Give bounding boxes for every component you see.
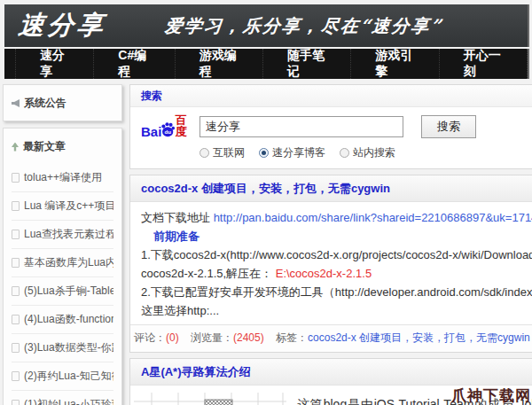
download-label: 文档下载地址 bbox=[141, 211, 214, 224]
sidebar-article-link[interactable]: (4)Lua函数-function好厉害 bbox=[12, 305, 113, 333]
article-title-bar: cocos2d-x 创建项目，安装，打包，无需cygwin bbox=[130, 175, 532, 202]
section-heading: 前期准备 bbox=[141, 227, 532, 245]
astar-grid-image: 7. 7. bbox=[134, 393, 286, 405]
baidu-logo: Bai du 百度 bbox=[141, 113, 192, 140]
baidu-logo-bai: Bai bbox=[141, 125, 161, 140]
document-icon bbox=[12, 201, 20, 211]
article-text-line: cocos2d-x-2.1.5,解压在： bbox=[141, 267, 272, 280]
document-icon bbox=[12, 286, 20, 296]
document-icon bbox=[12, 343, 20, 353]
pin-icon bbox=[12, 143, 19, 152]
latest-articles-list: tolua++编译使用 Lua 编译及c++项目调用Lua Lua查找表元素过程… bbox=[12, 164, 113, 405]
nav-item-notes[interactable]: 随手笔记 bbox=[263, 49, 351, 79]
main-column: 搜索 Bai du 百度 bbox=[129, 84, 532, 405]
search-scope-site[interactable]: 站内搜索 bbox=[340, 145, 395, 160]
site-header: 速分享 爱学习，乐分享，尽在“速分享” bbox=[4, 4, 528, 47]
document-icon bbox=[12, 258, 20, 268]
tags-label: 标签： bbox=[276, 331, 308, 344]
document-icon bbox=[12, 400, 20, 405]
site-slogan: 爱学习，乐分享，尽在“速分享” bbox=[164, 14, 471, 38]
sidebar-article-link[interactable]: Lua 编译及c++项目调用Lua bbox=[12, 191, 113, 220]
article-cocos2dx: cocos2d-x 创建项目，安装，打包，无需cygwin 文档下载地址 htt… bbox=[129, 175, 532, 353]
radio-icon[interactable] bbox=[200, 148, 209, 158]
comments-count: (0) bbox=[166, 331, 179, 344]
comments-label: 评论： bbox=[134, 331, 166, 344]
watermark: 爪神下载网 bbox=[451, 386, 531, 405]
article-text-line: 2.下载已配置好安卓开发环境的工具（http://developer.andro… bbox=[141, 283, 532, 301]
nav-item-game-engine[interactable]: 游戏引擎 bbox=[351, 49, 439, 79]
article-title-link[interactable]: cocos2d-x 创建项目，安装，打包，无需cygwin bbox=[141, 181, 532, 197]
sidebar-article-link[interactable]: Lua查找表元素过程（元表... bbox=[12, 220, 113, 248]
search-input[interactable] bbox=[200, 116, 403, 137]
svg-text:du: du bbox=[165, 129, 172, 135]
nav-item-csharp[interactable]: C#编程 bbox=[94, 49, 175, 79]
sidebar-article-link[interactable]: (5)Lua杀手锏-Table来袭 bbox=[12, 276, 113, 305]
latest-articles-box: 最新文章 tolua++编译使用 Lua 编译及c++项目调用Lua Lua查找… bbox=[3, 128, 122, 405]
radio-checked-icon[interactable] bbox=[259, 148, 269, 158]
article-title-bar: A星(A*)寻路算法介绍 bbox=[130, 359, 532, 386]
announcement-title: 系统公告 bbox=[24, 96, 66, 111]
search-scope-blog[interactable]: 速分享博客 bbox=[259, 145, 325, 160]
announcement-box: 系统公告 bbox=[3, 84, 122, 121]
baidu-pan-link[interactable]: http://pan.baidu.com/share/link?shareid=… bbox=[214, 211, 532, 224]
file-path: E:\cocos2d-x-2.1.5 bbox=[272, 267, 372, 280]
radio-icon[interactable] bbox=[340, 148, 349, 158]
site-logo[interactable]: 速分享 bbox=[3, 8, 108, 43]
baidu-logo-cn: 百度 bbox=[176, 114, 192, 140]
document-icon bbox=[12, 371, 20, 381]
baidu-paw-icon: du bbox=[160, 119, 175, 140]
document-icon bbox=[12, 315, 20, 324]
search-scope-internet[interactable]: 互联网 bbox=[200, 145, 245, 160]
article-meta-bar: 评论：(0) 浏览量：(2405) 标签：cocos2d-x 创建项目，安装，打… bbox=[130, 324, 532, 352]
sidebar-article-link[interactable]: 基本函数库为Lua内置的函... bbox=[12, 248, 113, 276]
article-text-line: 1.下载cocos2d-x(http://www.cocos2d-x.org/p… bbox=[141, 245, 532, 264]
article-text-line: 这里选择http:... bbox=[141, 301, 532, 320]
sidebar-article-link[interactable]: tolua++编译使用 bbox=[12, 164, 113, 191]
search-button[interactable]: 搜索 bbox=[421, 115, 476, 138]
document-icon bbox=[12, 173, 20, 183]
views-label: 浏览量： bbox=[191, 331, 233, 344]
search-row: Bai du 百度 搜索 bbox=[130, 107, 532, 142]
tag-link[interactable]: cocos2d-x 创建项目，安装，打包，无需cygwin bbox=[308, 331, 530, 344]
latest-articles-title: 最新文章 bbox=[23, 139, 66, 154]
sidebar-article-link[interactable]: (1)初始Lua-小巧玲珑又可爱 bbox=[12, 390, 113, 405]
nav-item-home[interactable]: 速分享 bbox=[15, 49, 94, 79]
nav-item-fun[interactable]: 开心一刻 bbox=[440, 49, 528, 79]
sidebar: 系统公告 最新文章 tolua++编译使用 Lua 编译及c++项目调用Lua … bbox=[3, 84, 122, 405]
sidebar-article-link[interactable]: (2)再约Lua-知己知彼 bbox=[12, 362, 113, 390]
speaker-icon bbox=[12, 99, 20, 107]
search-box-title: 搜索 bbox=[130, 85, 532, 107]
article-body: 文档下载地址 http://pan.baidu.com/share/link?s… bbox=[130, 202, 532, 324]
page: 速分享 爱学习，乐分享，尽在“速分享” 速分享 C#编程 游戏编程 随手笔记 游… bbox=[0, 0, 532, 405]
content-area: 系统公告 最新文章 tolua++编译使用 Lua 编译及c++项目调用Lua … bbox=[3, 84, 528, 405]
document-icon bbox=[12, 230, 20, 239]
search-box: 搜索 Bai du 百度 bbox=[129, 84, 532, 169]
main-nav: 速分享 C#编程 游戏编程 随手笔记 游戏引擎 开心一刻 bbox=[4, 49, 528, 79]
article-title-link[interactable]: A星(A*)寻路算法介绍 bbox=[141, 364, 532, 380]
sidebar-article-link[interactable]: (3)Lua数据类型-你跟她不... bbox=[12, 333, 113, 362]
views-count: (2405) bbox=[233, 331, 264, 344]
search-scope-row: 互联网 速分享博客 站内搜索 bbox=[130, 142, 532, 168]
latest-articles-header: 最新文章 bbox=[12, 129, 113, 164]
nav-item-game-programming[interactable]: 游戏编程 bbox=[176, 49, 263, 79]
announcement-header: 系统公告 bbox=[12, 85, 113, 121]
